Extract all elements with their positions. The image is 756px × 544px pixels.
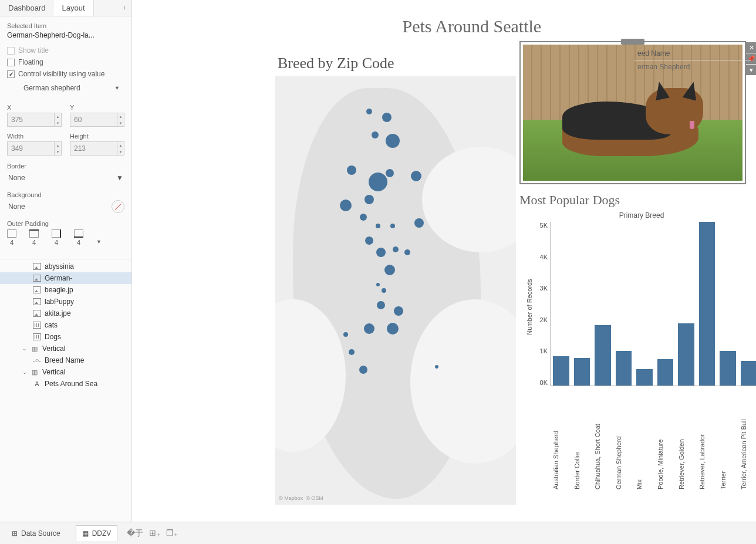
map-bubble[interactable]: [435, 365, 438, 369]
width-input[interactable]: ▲▼: [7, 141, 62, 156]
map-bubble[interactable]: [376, 283, 380, 286]
tree-breed-name[interactable]: -○-Breed Name: [0, 354, 131, 366]
map-bubble[interactable]: [372, 131, 379, 138]
data-source-tab[interactable]: ⊞ Data Source: [6, 526, 66, 541]
map-bubble[interactable]: [386, 169, 394, 177]
border-dropdown[interactable]: None▼: [7, 171, 124, 184]
tree-item[interactable]: cats: [0, 319, 131, 331]
map-bubble[interactable]: [386, 134, 400, 148]
map-view[interactable]: © Mapbox © OSM: [275, 76, 516, 505]
chart-subtitle: Primary Breed: [524, 211, 756, 219]
chart-bar[interactable]: [678, 323, 694, 386]
y-input[interactable]: ▲▼: [70, 113, 124, 127]
map-bubble[interactable]: [411, 171, 421, 181]
tree-item[interactable]: German-: [0, 272, 131, 284]
expand-icon[interactable]: ⌄: [22, 346, 27, 352]
w-spin-up[interactable]: ▲: [55, 142, 61, 148]
background-dropdown[interactable]: None: [7, 200, 112, 213]
chart-bar[interactable]: [574, 358, 590, 386]
no-color-icon[interactable]: [112, 200, 124, 213]
map-bubble[interactable]: [340, 200, 352, 211]
new-dashboard-icon[interactable]: ⊞₊: [149, 528, 160, 539]
chart-bar[interactable]: [636, 369, 653, 386]
tree-vertical-container-2[interactable]: ⌄▥Vertical: [0, 366, 131, 378]
selected-item-label: Selected Item: [7, 22, 124, 29]
tab-dashboard[interactable]: Dashboard: [0, 0, 54, 16]
x-axis-label: Australian Shepherd: [552, 396, 569, 489]
chart-bar[interactable]: [657, 359, 674, 386]
tree-item[interactable]: abyssinia: [0, 261, 131, 272]
h-spin-up[interactable]: ▲: [117, 142, 124, 148]
tree-item[interactable]: labPuppy: [0, 296, 131, 308]
pad-top[interactable]: 4: [29, 229, 39, 246]
sheet-tab-ddzv[interactable]: ▦ DDZV: [76, 525, 118, 541]
pad-right[interactable]: 4: [52, 229, 61, 246]
chart-bar[interactable]: [616, 351, 632, 386]
tree-item[interactable]: Dogs: [0, 331, 131, 343]
map-bubble[interactable]: [404, 249, 410, 255]
breed-name-filter[interactable]: eed Name erman Shepherd: [634, 47, 751, 73]
map-bubble[interactable]: [393, 246, 399, 252]
map-bubble[interactable]: [359, 366, 367, 374]
new-worksheet-icon[interactable]: �于: [127, 528, 143, 539]
map-bubble[interactable]: [365, 236, 373, 245]
map-bubble[interactable]: [414, 218, 424, 228]
height-label: Height: [70, 133, 124, 140]
chart-bar[interactable]: [720, 351, 736, 386]
map-bubble[interactable]: [369, 173, 387, 191]
floating-checkbox[interactable]: Floating: [7, 58, 124, 66]
map-bubble[interactable]: [347, 165, 356, 175]
map-bubble[interactable]: [382, 113, 392, 122]
pad-bottom[interactable]: 4: [74, 229, 83, 246]
tree-vertical-container[interactable]: ⌄▥Vertical: [0, 343, 131, 354]
x-spin-down[interactable]: ▼: [55, 120, 61, 126]
x-axis-label: Chihuahua, Short Coat: [594, 396, 610, 489]
chart-bar[interactable]: [553, 356, 569, 386]
collapse-sidebar-icon[interactable]: ‹: [117, 0, 131, 16]
map-bubble[interactable]: [360, 214, 367, 221]
map-bubble[interactable]: [366, 109, 372, 114]
y-axis-label: Number of Records: [524, 222, 535, 392]
dashboard-canvas[interactable]: Pets Around Seattle Breed by Zip Code © …: [132, 0, 756, 522]
map-bubble[interactable]: [349, 349, 355, 355]
map-bubble[interactable]: [365, 195, 374, 204]
map-bubble[interactable]: [390, 224, 395, 228]
map-bubble[interactable]: [382, 288, 386, 293]
tab-layout[interactable]: Layout: [54, 0, 94, 16]
x-axis-label: Poodle, Miniature: [657, 396, 673, 489]
tree-item[interactable]: beagle.jp: [0, 284, 131, 296]
y-spin-up[interactable]: ▲: [117, 113, 124, 120]
chart-bar[interactable]: [699, 222, 716, 386]
map-bubble[interactable]: [343, 332, 348, 337]
filter-value[interactable]: erman Shepherd: [634, 60, 751, 73]
tree-item-label: Breed Name: [45, 356, 84, 364]
chart-bar[interactable]: [595, 325, 611, 386]
pad-more-icon[interactable]: ▼: [96, 239, 102, 246]
new-story-icon[interactable]: ❒₊: [166, 528, 178, 539]
map-bubble[interactable]: [376, 224, 380, 228]
tree-title-text[interactable]: APets Around Sea: [0, 378, 131, 390]
w-spin-down[interactable]: ▼: [55, 148, 61, 155]
map-bubble[interactable]: [387, 323, 399, 334]
worksheet-icon: [33, 322, 41, 329]
bar-chart[interactable]: Primary Breed Number of Records 5K4K3K2K…: [524, 211, 756, 505]
map-bubble[interactable]: [376, 248, 386, 257]
control-visibility-dropdown[interactable]: German shepherd▼: [19, 82, 124, 94]
expand-icon[interactable]: ⌄: [22, 369, 27, 375]
h-spin-down[interactable]: ▼: [117, 148, 124, 155]
x-input[interactable]: ▲▼: [7, 113, 62, 127]
map-bubble[interactable]: [364, 323, 374, 334]
tree-item-label: Dogs: [45, 333, 61, 341]
tree-item[interactable]: akita.jpe: [0, 308, 131, 319]
chart-bar[interactable]: [741, 361, 757, 386]
x-spin-up[interactable]: ▲: [55, 113, 61, 120]
y-spin-down[interactable]: ▼: [117, 120, 124, 126]
drag-handle-icon[interactable]: [621, 39, 644, 45]
height-input[interactable]: ▲▼: [70, 141, 124, 156]
pad-left[interactable]: 4: [7, 229, 16, 246]
map-bubble[interactable]: [394, 306, 403, 316]
map-bubble[interactable]: [384, 265, 395, 275]
map-bubble[interactable]: [377, 301, 385, 309]
y-label: Y: [70, 104, 124, 111]
control-visibility-checkbox[interactable]: Control visibility using value: [7, 70, 124, 78]
